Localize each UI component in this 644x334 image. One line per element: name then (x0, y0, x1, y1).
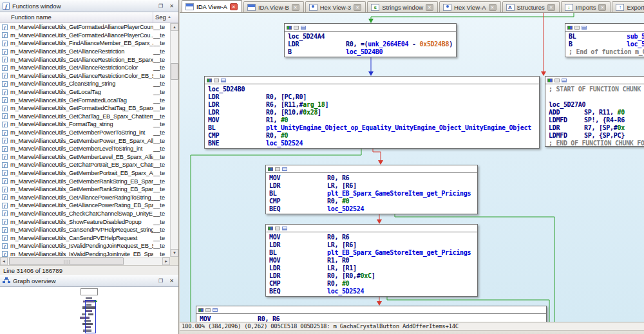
node-color-icon[interactable] (287, 26, 292, 30)
node-color-icon[interactable] (567, 26, 573, 30)
graph-node-end-of-func[interactable]: BLsub_5Bloc_5; End of function m_G (565, 23, 644, 57)
graph-node-pricings-check-2[interactable]: MOVR0, R6LDRLR, [R6]BLplt_EB_Sparx_GameS… (265, 224, 478, 297)
tab-ida-view-b[interactable]: IDA View-B✕ (243, 1, 304, 12)
function-row[interactable]: fm_MarvelAllianceUtils_GetMemberPowerToS… (0, 129, 170, 137)
scroll-left-icon[interactable]: ◄ (0, 257, 8, 265)
tab-exports[interactable]: ↑Exports✕ (612, 1, 644, 12)
function-row[interactable]: fm_MarvelAllianceUtils_GetMemberPower_EB… (0, 136, 170, 145)
function-row[interactable]: fm_MarvelAllianceUtils_FindAllianceMembe… (0, 39, 170, 48)
tab-close-icon[interactable]: ✕ (230, 3, 238, 10)
dock-icon[interactable]: ❐ (156, 2, 165, 10)
node-frame-icon[interactable] (275, 167, 280, 171)
node-color-icon[interactable] (547, 79, 553, 82)
function-row[interactable]: fm_MarvelAllianceUtils_GetFormattedChatT… (0, 104, 170, 113)
graph-node-loc_5D24B0[interactable]: loc_5D24B0LDRR0, [PC,R0]LDRR6, [R11,#arg… (204, 76, 540, 149)
minimap[interactable] (0, 287, 178, 334)
function-row[interactable]: fm_MarvelAllianceUtils_GetMemberRankStri… (0, 185, 170, 194)
node-text-icon[interactable] (282, 167, 287, 171)
asm-operand: R0, (327, 280, 342, 287)
node-frame-icon[interactable] (294, 26, 299, 30)
function-row[interactable]: fm_MarvelAllianceUtils_GetChatTag_EB_Spa… (0, 113, 170, 121)
vertical-scrollbar[interactable]: ▲ ▼ (170, 23, 178, 257)
function-row[interactable]: fm_MarvelAllianceUtils_GetFormattedLocal… (0, 96, 170, 104)
column-function-name[interactable]: Function name (0, 12, 153, 23)
function-row[interactable]: fm_MarvelAllianceUtils_GetFormattedAllia… (0, 23, 170, 32)
asm-line: CMPR0, #0 (269, 280, 477, 288)
function-row[interactable]: fm_MarvelAllianceUtils_GetMemberLevelToS… (0, 145, 170, 153)
node-text-icon[interactable] (562, 79, 567, 82)
node-frame-icon[interactable] (554, 79, 560, 82)
column-seg[interactable]: Seg ▲ (153, 12, 178, 23)
horizontal-scrollbar[interactable]: ◄ ► (0, 257, 170, 265)
node-frame-icon[interactable] (275, 227, 280, 230)
graph-node-loc_5D27A0[interactable]: ; START OF FUNCTION CHUNK F loc_5D27A0AD… (545, 76, 644, 147)
scroll-up-icon[interactable]: ▲ (171, 23, 178, 31)
function-row[interactable]: fm_MarvelAllianceUtils_ShowFeatureDisabl… (0, 218, 170, 226)
tab-close-icon[interactable]: ✕ (598, 4, 606, 11)
function-row[interactable]: fm_MarvelAllianceUtils_GetAllianceRestri… (0, 48, 170, 56)
node-text-icon[interactable] (213, 308, 218, 312)
node-color-icon[interactable] (268, 167, 273, 171)
tab-imports[interactable]: ↓Imports✕ (561, 1, 611, 12)
function-row[interactable]: fm_MarvelAllianceUtils_GetAllianceRestri… (0, 55, 170, 64)
function-row[interactable]: fm_MarvelAllianceUtils_CanSendPVEHelpReq… (0, 234, 170, 242)
graph-node-loc_5D24A4[interactable]: loc_5D24A4LDRR0, =(unk_2664E04 - 0x5D24B… (284, 23, 457, 57)
function-row[interactable]: fm_MarvelAllianceUtils_GetChatPortrait_E… (0, 161, 170, 169)
function-row[interactable]: fm_MarvelAllianceUtils_FormatTag_string_… (0, 120, 170, 129)
function-row[interactable]: fm_MarvelAllianceUtils_IsValidPendingJoi… (0, 250, 170, 257)
node-frame-icon[interactable] (574, 26, 580, 30)
function-row[interactable]: fm_MarvelAllianceUtils_CleanString_strin… (0, 80, 170, 88)
tab-hex-view-3[interactable]: Hex View-3✕ (305, 1, 366, 12)
function-row[interactable]: fm_MarvelAllianceUtils_IsValidPendingJoi… (0, 242, 170, 250)
dock-icon[interactable]: ❐ (156, 277, 165, 284)
hscroll-thumb[interactable] (9, 257, 124, 265)
function-name: m_MarvelAllianceUtils_GetAlliancePowerRa… (10, 194, 153, 201)
node-color-icon[interactable] (268, 227, 273, 230)
function-row[interactable]: fm_MarvelAllianceUtils_GetMemberRankStri… (0, 177, 170, 185)
graph-node-pricings-check-1[interactable]: MOVR0, R6LDRLR, [R6]BLplt_EB_Sparx_GameS… (265, 165, 478, 214)
function-row[interactable]: fm_MarvelAllianceUtils_CanSendPVPHelpReq… (0, 226, 170, 234)
node-color-icon[interactable] (207, 79, 212, 82)
scroll-down-icon[interactable]: ▼ (171, 249, 178, 257)
close-icon[interactable]: ✕ (167, 2, 176, 10)
node-frame-icon[interactable] (214, 79, 219, 82)
graph-node-bottom-block[interactable]: MOVR0, R6LDRLR, [R6] (196, 306, 547, 322)
function-row[interactable]: fm_MarvelAllianceUtils_GetAllianceRestri… (0, 64, 170, 72)
function-name: m_MarvelAllianceUtils_GetAllianceRestric… (10, 73, 153, 79)
node-frame-icon[interactable] (205, 308, 211, 312)
tab-close-icon[interactable]: ✕ (426, 4, 433, 11)
function-icon: f (2, 41, 8, 46)
function-row[interactable]: fm_MarvelAllianceUtils_GetAlliancePowerR… (0, 201, 170, 210)
function-row[interactable]: fm_MarvelAllianceUtils_CheckChatChannelS… (0, 210, 170, 218)
tab-structures[interactable]: AStructures✕ (502, 1, 560, 12)
tab-ida-view-a[interactable]: IDA View-A✕ (182, 0, 242, 12)
function-row[interactable]: fm_MarvelAllianceUtils_GetLocalTag__te (0, 88, 170, 97)
graph-overview-titlebar[interactable]: Graph overview ❐ ✕ (0, 275, 178, 287)
node-text-icon[interactable] (582, 26, 587, 30)
node-text-icon[interactable] (282, 227, 287, 230)
functions-window-titlebar[interactable]: f Functions window ❐ ✕ (0, 0, 178, 12)
function-name: m_MarvelAllianceUtils_GetFormattedAllian… (10, 32, 153, 39)
close-icon[interactable]: ✕ (167, 277, 176, 284)
function-row[interactable]: fm_MarvelAllianceUtils_GetAlliancePowerR… (0, 193, 170, 201)
function-row[interactable]: fm_MarvelAllianceUtils_GetMemberLevel_EB… (0, 153, 170, 162)
node-text-icon[interactable] (221, 79, 226, 82)
tab-close-icon[interactable]: ✕ (354, 4, 361, 11)
function-name: m_MarvelAllianceUtils_GetAllianceRestric… (10, 57, 153, 63)
vscroll-thumb[interactable] (171, 63, 178, 80)
tab-close-icon[interactable]: ✕ (292, 4, 299, 11)
function-row[interactable]: fm_MarvelAllianceUtils_GetFormattedAllia… (0, 32, 170, 40)
asm-mnemonic: LDR (269, 272, 327, 279)
function-row[interactable]: fm_MarvelAllianceUtils_GetMemberPortrait… (0, 169, 170, 178)
node-text-icon[interactable] (301, 26, 306, 30)
asm-operand: - (408, 41, 419, 48)
minimap-viewport[interactable] (85, 300, 96, 333)
node-color-icon[interactable] (198, 308, 204, 312)
tab-close-icon[interactable]: ✕ (547, 4, 555, 11)
tab-close-icon[interactable]: ✕ (489, 4, 497, 11)
graph-canvas[interactable]: loc_5D24A4LDRR0, =(unk_2664E04 - 0x5D24B… (180, 13, 644, 322)
scroll-right-icon[interactable]: ► (162, 257, 170, 265)
tab-hex-view-a[interactable]: Hex View-A✕ (439, 1, 500, 12)
tab-strings-window[interactable]: sStrings window✕ (367, 1, 438, 12)
function-row[interactable]: fm_MarvelAllianceUtils_GetAllianceRestri… (0, 72, 170, 80)
